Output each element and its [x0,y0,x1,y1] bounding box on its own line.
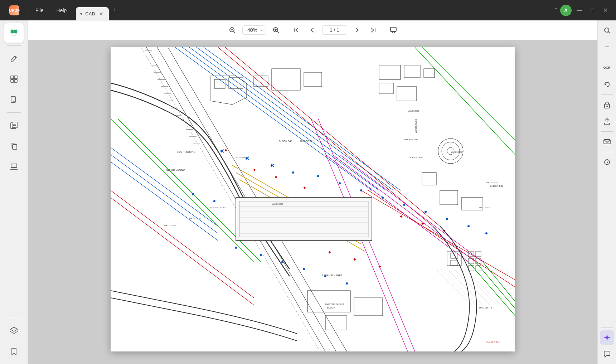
app-logo-area: UPDF [0,0,29,20]
sidebar-item-reader[interactable] [4,23,24,43]
svg-text:MK13-53081A: MK13-53081A [451,151,463,153]
sidebar-separator-2 [7,112,21,113]
sidebar-item-copy[interactable] [4,136,24,156]
maximize-button[interactable]: □ [587,5,597,15]
svg-rect-17 [10,169,18,170]
svg-line-23 [277,31,279,33]
sidebar-item-bookmark[interactable] [4,342,24,361]
right-sep-3 [601,131,613,132]
toolbar-sep-1 [286,26,286,34]
updf-logo: UPDF [9,5,19,15]
svg-point-112 [346,282,348,285]
svg-text:MK13-25574B: MK13-25574B [479,307,492,309]
zoom-out-sidebar-button[interactable] [600,40,614,54]
svg-point-178 [605,28,609,32]
chat-button[interactable] [600,347,614,361]
svg-text:NORTH BOUND: NORTH BOUND [166,169,185,171]
send-button[interactable] [600,135,614,149]
svg-text:MK13-53884: MK13-53884 [479,207,491,209]
history-button[interactable] [600,155,614,169]
svg-text:A.C.S.R.I.I.T: A.C.S.R.I.I.T [486,340,501,343]
document-container: 40% ▾ [28,20,597,364]
rotate-button[interactable] [600,77,614,92]
sidebar-item-edit[interactable] [4,49,24,68]
bookmark-icon [9,346,19,356]
menu-bar: File Help [29,0,73,20]
pages-icon [9,120,19,130]
svg-rect-15 [11,164,17,168]
tab-area: ▾ CAD ✕ + [73,0,555,20]
svg-point-105 [192,193,194,195]
svg-text:BLOC K H: BLOC K H [327,307,337,309]
file-menu[interactable]: File [29,0,50,20]
help-menu[interactable]: Help [50,0,73,20]
zoom-display[interactable]: 40% ▾ [242,25,266,35]
svg-point-114 [425,211,427,213]
share-button[interactable] [600,114,614,128]
svg-point-108 [260,254,262,256]
svg-text:MK13-05490: MK13-05490 [164,224,176,227]
last-page-button[interactable] [367,24,379,36]
zoom-in-button[interactable] [270,24,282,36]
logo-icon: UPDF [9,5,19,15]
next-page-button[interactable] [351,24,363,36]
svg-text:EXISTING BLOC K: EXISTING BLOC K [325,303,344,305]
svg-text:MK13-53490: MK13-53490 [272,203,283,205]
convert-icon [9,95,19,105]
right-sep-1 [601,57,613,57]
document-viewport[interactable]: SOUTH BOUND NORTH BOUND BLOCK 540 BLOCK … [28,40,597,364]
sidebar-item-layers[interactable] [4,321,24,340]
ocr-button[interactable]: OCR [600,60,615,75]
page-display[interactable]: 1 / 1 [322,25,347,35]
svg-point-107 [235,247,237,249]
svg-text:MK13-53881: MK13-53881 [486,181,498,184]
svg-text:MK13-53081: MK13-53081 [408,110,419,112]
reader-icon [9,28,19,38]
svg-point-115 [446,218,448,220]
right-sep-2 [601,94,613,95]
svg-point-182 [606,106,608,107]
right-sep-5 [601,327,613,327]
window-dropdown-icon[interactable]: ˅ [555,8,557,13]
svg-text:BLOCK 589: BLOCK 589 [490,185,503,187]
svg-text:SOUTH BOUND: SOUTH BOUND [177,151,195,153]
sidebar-item-stamp[interactable] [4,157,24,176]
minimize-button[interactable]: — [574,5,585,15]
search-button[interactable] [600,23,614,38]
first-page-button[interactable] [291,24,302,36]
tab-dropdown-icon[interactable]: ▾ [80,11,82,16]
new-tab-button[interactable]: + [109,5,120,16]
svg-line-179 [608,32,610,33]
svg-text:WOODLANDS: WOODLANDS [415,119,417,133]
svg-text:ACE THE PLACE: ACE THE PLACE [210,207,227,209]
svg-rect-82 [236,198,372,241]
ai-button[interactable] [600,330,614,345]
document-page: SOUTH BOUND NORTH BOUND BLOCK 540 BLOCK … [111,47,515,351]
ocr-label: OCR [603,66,611,69]
zoom-out-button[interactable] [227,24,238,36]
right-sep-4 [601,152,613,152]
comment-button[interactable] [388,24,399,36]
svg-point-103 [360,189,362,191]
svg-rect-0 [11,30,14,33]
protect-button[interactable] [600,98,614,112]
svg-text:BLOCK 541: BLOCK 541 [300,140,314,142]
sidebar-item-pages[interactable] [4,116,24,135]
layers-icon [9,326,19,336]
close-button[interactable]: ✕ [600,5,610,15]
organize-icon [9,74,19,84]
svg-point-102 [339,182,341,184]
svg-text:WATCH LANE: WATCH LANE [409,156,423,159]
active-tab[interactable]: ▾ CAD ✕ [76,7,108,21]
sidebar-item-convert[interactable] [4,90,24,110]
prev-page-button[interactable] [306,24,318,36]
svg-line-20 [234,31,235,33]
svg-point-101 [317,175,319,177]
tab-close-button[interactable]: ✕ [98,11,105,17]
zoom-dropdown-icon: ▾ [260,28,262,32]
tab-title: CAD [85,11,95,16]
sidebar-item-organize[interactable] [4,69,24,89]
user-avatar[interactable]: A [560,5,572,16]
window-controls: ˅ A — □ ✕ [555,5,616,16]
svg-rect-1 [14,30,17,33]
